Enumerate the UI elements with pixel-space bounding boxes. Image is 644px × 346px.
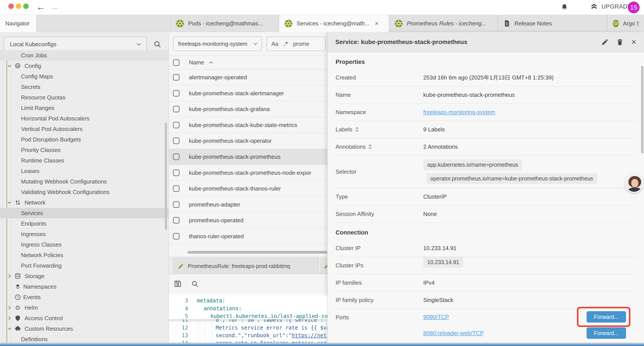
sidebar-item-ingresses[interactable]: Ingresses [0, 229, 169, 239]
forward-button[interactable]: Forward... [586, 327, 626, 339]
detail-scrollbar[interactable] [641, 66, 643, 153]
row-checkbox[interactable] [173, 153, 180, 160]
sidebar-item-services[interactable]: Services [0, 208, 169, 218]
table-row-kube-prometheus-stack-grafana[interactable]: kube-prometheus-stack-grafana [169, 101, 327, 117]
assistant-avatar[interactable] [625, 174, 643, 193]
table-row-kube-prometheus-stack-thanos-ruler[interactable]: kube-prometheus-stack-thanos-ruler [169, 181, 327, 197]
row-checkbox[interactable] [173, 169, 180, 176]
close-window-button[interactable] [8, 3, 14, 9]
sidebar-item-label: Mutating Webhook Configurations [21, 178, 107, 185]
kubeconfig-selector[interactable]: Local Kubeconfigs [4, 36, 147, 52]
select-all-checkbox[interactable] [173, 59, 180, 66]
yaml-editor[interactable]: 110","for":"1m","labels":{"service":"3me… [169, 294, 327, 346]
services-panel: freeleaps-monitoring-system Aa .* prome … [169, 32, 327, 346]
bottom-scrollbar-strip[interactable] [0, 343, 644, 345]
table-row-kube-prometheus-stack-prometheus[interactable]: kube-prometheus-stack-prometheus [169, 149, 327, 165]
sidebar-search-icon[interactable] [154, 40, 161, 48]
property-value: IPv4 [423, 280, 435, 286]
table-row-prometheus-operated[interactable]: prometheus-operated [169, 212, 327, 228]
sort-icon[interactable] [368, 144, 372, 150]
gear-icon [14, 63, 21, 69]
sidebar-item-storage[interactable]: Storage [0, 271, 169, 281]
row-checkbox[interactable] [173, 233, 180, 240]
tab-argo[interactable]: Argo Se [607, 15, 644, 32]
tab-release-notes[interactable]: Release Notes [498, 15, 607, 32]
sidebar-item-vertical-pod-autoscalers[interactable]: Vertical Pod Autoscalers [0, 124, 169, 134]
tab-pods[interactable]: Pods - icecheng@mathmas... [170, 15, 279, 32]
tab-navigator[interactable]: Navigator [0, 15, 36, 32]
forward-button[interactable]: Forward... [586, 311, 626, 323]
table-row-kube-prometheus-stack-kube-state-metrics[interactable]: kube-prometheus-stack-kube-state-metrics [169, 117, 327, 133]
sidebar-item-pod-disruption-budgets[interactable]: Pod Disruption Budgets [0, 134, 169, 145]
table-row-kube-prometheus-stack-prometheus-node-expor[interactable]: kube-prometheus-stack-prometheus-node-ex… [169, 165, 327, 181]
editor-tab-prometheusrule[interactable]: PrometheusRule: freeleaps-prod-rabbitmq [173, 258, 319, 274]
sidebar-item-network-policies[interactable]: Network Policies [0, 250, 169, 260]
sidebar-item-limit-ranges[interactable]: Limit Ranges [0, 103, 169, 113]
sidebar-scrollbar[interactable] [165, 123, 167, 230]
table-horizontal-scrollbar[interactable] [188, 251, 327, 254]
helm-icon [14, 304, 21, 311]
sidebar-item-config-maps[interactable]: Config Maps [0, 71, 169, 82]
row-checkbox[interactable] [173, 74, 180, 81]
sidebar-item-custom-resources[interactable]: Custom Resources [0, 324, 169, 334]
namespace-filter-dropdown[interactable]: freeleaps-monitoring-system [173, 36, 262, 51]
upgrade-button[interactable]: UPGRADE [590, 3, 632, 10]
row-checkbox[interactable] [173, 90, 180, 97]
tab-prometheus-rules[interactable]: Prometheus Rules - icecheng... [389, 15, 498, 32]
table-header[interactable]: Name [169, 56, 327, 69]
row-checkbox[interactable] [173, 137, 180, 144]
port-link[interactable]: 8080:reloader-web/TCP [423, 330, 484, 337]
port-link[interactable]: 9090/TCP [423, 314, 449, 320]
row-checkbox[interactable] [173, 201, 180, 208]
back-button[interactable]: ← [36, 2, 45, 12]
sidebar-item-port-forwarding[interactable]: Port Forwarding [0, 260, 169, 271]
regex-toggle[interactable]: .* [284, 40, 288, 47]
sidebar-item-resource-quotas[interactable]: Resource Quotas [0, 92, 169, 103]
sidebar-item-ingress-classes[interactable]: Ingress Classes [0, 239, 169, 250]
table-row-thanos-ruler-operated[interactable]: thanos-ruler-operated [169, 228, 327, 244]
close-icon[interactable]: × [632, 38, 636, 46]
sidebar-item-runtime-classes[interactable]: Runtime Classes [0, 155, 169, 166]
trash-icon[interactable] [616, 38, 624, 46]
maximize-window-button[interactable] [23, 3, 29, 9]
close-tab-icon[interactable]: × [375, 20, 379, 27]
table-row-prometheus-adapter[interactable]: prometheus-adapter [169, 197, 327, 213]
match-case-toggle[interactable]: Aa [271, 40, 278, 47]
sidebar-item-horizontal-pod-autoscalers[interactable]: Horizontal Pod Autoscalers [0, 113, 169, 124]
table-row-alertmanager-operated[interactable]: alertmanager-operated [169, 69, 327, 85]
tab-services[interactable]: Services - icecheng@math...× [279, 15, 389, 32]
minimize-window-button[interactable] [16, 3, 21, 9]
sort-icon[interactable] [355, 126, 359, 132]
namespace-link[interactable]: freeleaps-monitoring-system [423, 109, 495, 116]
edit-pencil-icon[interactable] [601, 38, 609, 46]
sidebar-item-secrets[interactable]: Secrets [0, 82, 169, 92]
editor-tab-partial[interactable] [320, 258, 327, 274]
sidebar-item-validating-webhook-configurations[interactable]: Validating Webhook Configurations [0, 187, 169, 197]
sidebar-item-access-control[interactable]: Access Control [0, 313, 169, 324]
row-checkbox[interactable] [173, 122, 180, 128]
editor-search-icon[interactable] [191, 280, 198, 288]
sidebar-item-leases[interactable]: Leases [0, 166, 169, 176]
sidebar-item-events[interactable]: Events [0, 292, 169, 303]
notification-count-badge[interactable]: 15 [628, 1, 640, 13]
name-column-header[interactable]: Name [189, 59, 204, 66]
save-icon[interactable] [174, 280, 182, 288]
sidebar-item-label: Ingress Classes [21, 241, 62, 248]
row-checkbox[interactable] [173, 185, 180, 192]
table-row-kube-prometheus-stack-alertmanager[interactable]: kube-prometheus-stack-alertmanager [169, 85, 327, 101]
forward-button[interactable]: → [50, 2, 59, 12]
sidebar-item-mutating-webhook-configurations[interactable]: Mutating Webhook Configurations [0, 176, 169, 187]
document-icon [503, 20, 510, 27]
row-checkbox[interactable] [173, 106, 180, 112]
notifications-bell-icon[interactable] [561, 3, 568, 11]
sidebar-item-network[interactable]: Network [0, 197, 169, 208]
sidebar-item-endpoints[interactable]: Endpoints [0, 218, 169, 229]
sidebar-item-helm[interactable]: Helm [0, 303, 169, 313]
sidebar-item-cron-jobs[interactable]: Cron Jobs [0, 50, 169, 61]
table-row-kube-prometheus-stack-operator[interactable]: kube-prometheus-stack-operator [169, 133, 327, 149]
sidebar-item-namespaces[interactable]: Namespaces [0, 281, 169, 292]
sidebar-item-config[interactable]: Config [0, 61, 169, 71]
search-input[interactable]: Aa .* prome [266, 36, 326, 51]
row-checkbox[interactable] [173, 217, 180, 224]
sidebar-item-priority-classes[interactable]: Priority Classes [0, 145, 169, 155]
